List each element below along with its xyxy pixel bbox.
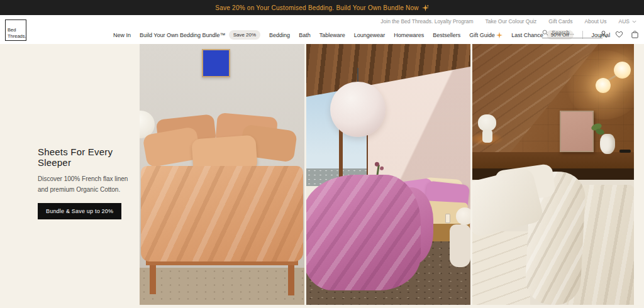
hero-photo-peach-bedroom[interactable]	[140, 44, 304, 305]
bed-leg	[288, 264, 294, 295]
leaning-picture-frame	[560, 111, 594, 152]
utility-link-gift-cards[interactable]: Gift Cards	[548, 18, 572, 25]
sphere-lamp	[456, 207, 470, 225]
utility-link-about-us[interactable]: About Us	[585, 18, 607, 25]
nav-item-bath[interactable]: Bath	[299, 32, 311, 38]
hero-copy: Sheets For Every Sleeper Discover 100% F…	[38, 146, 145, 219]
main-nav: New In Build Your Own Bedding Bundle™ Sa…	[113, 30, 610, 40]
utility-nav: Join the Bed Threads. Loyalty Program Ta…	[380, 18, 636, 25]
hero-section: Sheets For Every Sleeper Discover 100% F…	[0, 44, 644, 308]
carpet-floor	[140, 268, 304, 305]
nav-item-tableware[interactable]: Tableware	[319, 32, 345, 38]
nav-item-bedding[interactable]: Bedding	[269, 32, 290, 38]
cart-bag-icon[interactable]	[631, 30, 639, 38]
bundle-save-button[interactable]: Bundle & Save up to 20%	[38, 203, 121, 219]
nav-item-new-in[interactable]: New In	[113, 32, 131, 38]
paper-lantern	[330, 82, 386, 137]
sparkle-icon	[422, 4, 429, 11]
remote	[619, 150, 631, 153]
nav-item-bestsellers[interactable]: Bestsellers	[433, 32, 460, 38]
locale-selector[interactable]: AUS	[619, 18, 636, 25]
nav-item-homewares[interactable]: Homewares	[394, 32, 424, 38]
utility-link-colour-quiz[interactable]: Take Our Colour Quiz	[486, 18, 537, 25]
announcement-text: Save 20% on Your Customised Bedding. Bui…	[215, 4, 418, 11]
header-icons	[599, 30, 639, 38]
mauve-duvet	[306, 175, 421, 290]
logo-line2: Threads.	[8, 33, 24, 39]
white-sheet	[472, 231, 530, 305]
water-glass	[445, 214, 450, 223]
table-lamp-base	[482, 129, 492, 143]
hero-photo-attic-bedroom[interactable]	[472, 44, 634, 305]
wall-light-bulb	[614, 62, 631, 79]
utility-link-loyalty[interactable]: Join the Bed Threads. Loyalty Program	[380, 18, 473, 25]
hero-title: Sheets For Every Sleeper	[38, 146, 145, 168]
chevron-down-icon	[632, 20, 636, 23]
bed-leg	[150, 264, 156, 294]
blue-wall-art	[202, 49, 230, 77]
nav-item-bundle[interactable]: Build Your Own Bedding Bundle™ Save 20%	[140, 30, 260, 40]
nav-item-gift-guide[interactable]: Gift Guide	[469, 32, 502, 38]
table-lamp	[478, 114, 496, 131]
sculptural-vase	[600, 134, 615, 154]
page: Save 20% on Your Customised Bedding. Bui…	[0, 0, 644, 308]
sparkle-icon	[496, 32, 502, 38]
peach-duvet	[141, 166, 303, 261]
hero-description: Discover 100% French flax linen and prem…	[38, 174, 137, 195]
wall-light-bulb	[596, 78, 611, 93]
nav-item-loungewear[interactable]: Loungewear	[354, 32, 386, 38]
logo-line1: Bed	[8, 27, 24, 33]
search-icon	[542, 30, 548, 36]
brand-logo[interactable]: Bed Threads.	[5, 19, 26, 41]
site-header: Bed Threads. Join the Bed Threads. Loyal…	[0, 15, 644, 44]
locale-label: AUS	[619, 18, 630, 25]
search-input[interactable]	[552, 30, 598, 36]
side-table	[450, 224, 470, 267]
announcement-bar[interactable]: Save 20% on Your Customised Bedding. Bui…	[0, 0, 644, 15]
nav-badge-save-20: Save 20%	[229, 30, 260, 40]
hero-photo-pink-bedroom[interactable]	[306, 44, 470, 305]
search-bar[interactable]	[542, 30, 602, 38]
account-icon[interactable]	[599, 30, 608, 38]
wishlist-heart-icon[interactable]	[615, 30, 623, 38]
